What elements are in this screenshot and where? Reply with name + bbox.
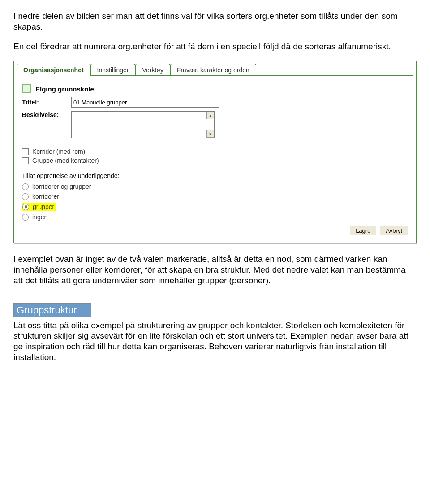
radio-dot-icon [25,205,27,208]
description-textarea[interactable] [71,111,215,138]
radio-label-1: korridorer [32,193,59,200]
gruppstruktur-paragraph: Låt oss titta på olika exempel på strukt… [13,320,417,363]
save-button[interactable]: Lagre [350,226,376,235]
description-label: Beskrivelse: [22,111,71,118]
checkbox-icon [22,157,29,164]
checkbox-korridor[interactable]: Korridor (med rom) [22,148,408,155]
tab-innstillinger[interactable]: Innstillinger [90,64,136,75]
radio-grupper[interactable]: grupper [22,203,408,211]
checkbox-icon [22,148,29,155]
intro-paragraph-2: En del föredrar att numrera org.enheter … [13,41,417,52]
description-row: Beskrivelse: ▴ ▾ [22,111,408,138]
title-input[interactable] [71,97,219,108]
radio-ingen[interactable]: ingen [22,213,408,221]
scroll-down-icon[interactable]: ▾ [206,130,214,138]
intro-paragraph-1: I nedre delen av bilden ser man att det … [13,11,417,32]
radio-korridorer-og-grupper[interactable]: korridorer og grupper [22,183,408,190]
tab-fravaer[interactable]: Fravær, karakter og orden [170,64,256,75]
radio-icon [22,204,29,210]
checkbox-gruppe-label: Gruppe (med kontakter) [32,157,99,164]
org-unit-panel: Organisasjonsenhet Innstillinger Verktøy… [13,61,417,243]
cancel-button[interactable]: Avbryt [380,226,408,235]
panel-body: Elging grunnskole Tittel: Beskrivelse: ▴… [17,76,413,240]
button-row: Lagre Avbryt [22,226,408,235]
radio-icon [22,193,29,200]
tab-row: Organisasjonsenhet Innstillinger Verktøy… [17,64,413,76]
radio-icon [22,214,29,221]
description-wrapper: ▴ ▾ [71,111,215,138]
tab-verktoy[interactable]: Verktøy [135,64,170,75]
org-name: Elging grunnskole [35,85,94,93]
radio-icon [22,183,29,190]
tab-organisasjonsenhet[interactable]: Organisasjonsenhet [17,64,90,76]
title-label: Tittel: [22,99,71,106]
title-row: Tittel: [22,97,408,108]
section-heading-gruppstruktur: Gruppstruktur [13,303,91,317]
checkbox-korridor-label: Korridor (med rom) [32,148,85,155]
checkbox-gruppe[interactable]: Gruppe (med kontakter) [22,157,408,164]
org-unit-icon [22,84,31,93]
org-name-row: Elging grunnskole [22,84,408,93]
scroll-up-icon[interactable]: ▴ [206,112,214,119]
radio-label-2: grupper [33,203,54,210]
radio-label-3: ingen [32,213,47,221]
radio-heading: Tillat opprettelse av underliggende: [22,172,408,179]
radio-highlight: grupper [22,203,56,211]
explanation-paragraph: I exemplet ovan är inget av de två valen… [13,254,417,286]
radio-korridorer[interactable]: korridorer [22,193,408,200]
radio-label-0: korridorer og grupper [32,183,91,190]
